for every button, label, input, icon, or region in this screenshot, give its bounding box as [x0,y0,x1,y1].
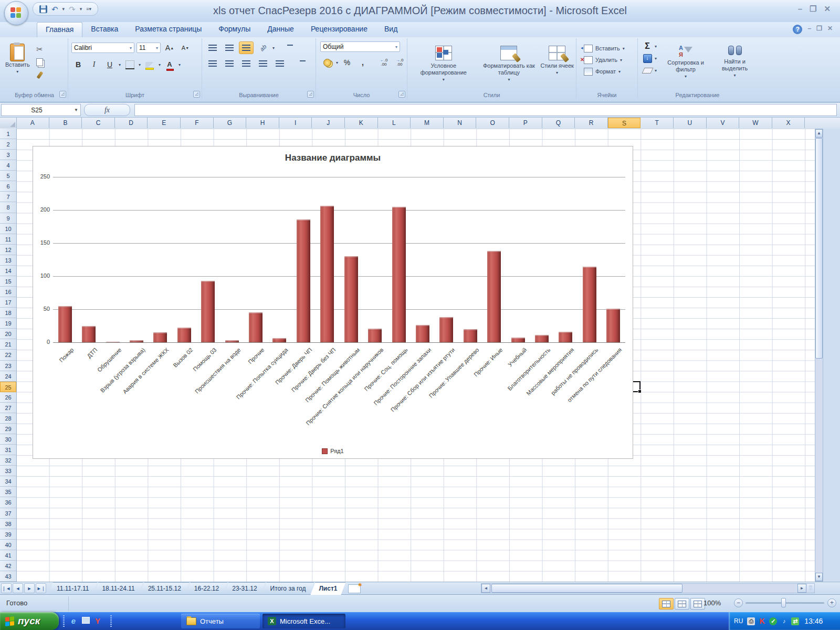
row-header-42[interactable]: 42 [0,561,16,571]
row-header-25[interactable]: 25 [0,382,16,392]
align-middle-button[interactable] [222,41,237,54]
column-header-V[interactable]: V [707,118,740,128]
column-header-I[interactable]: I [279,118,312,128]
row-header-36[interactable]: 36 [0,497,16,508]
select-all-corner[interactable] [0,118,17,128]
row-header-20[interactable]: 20 [0,329,16,339]
wb-restore-button[interactable]: ❐ [816,25,822,34]
tab-split-handle[interactable]: ▒ [807,584,814,593]
row-header-9[interactable]: 9 [0,213,16,224]
font-size-select[interactable]: 11▾ [136,43,161,53]
row-header-19[interactable]: 19 [0,318,16,329]
column-header-H[interactable]: H [246,118,279,128]
row-header-8[interactable]: 8 [0,202,16,213]
decrease-indent-button[interactable] [256,57,270,70]
row-header-4[interactable]: 4 [0,160,16,171]
comma-button[interactable]: , [356,56,370,69]
decrease-decimal-button[interactable]: →.0.00 [393,56,406,69]
row-header-41[interactable]: 41 [0,550,16,561]
sort-filter-button[interactable]: АЯ Сортировка и фильтр ▾ [660,41,711,80]
clear-button[interactable]: ▾ [642,66,657,75]
first-sheet-icon[interactable]: ❘◄ [1,583,12,593]
format-painter-button[interactable] [34,70,46,80]
scroll-up-icon[interactable]: ▲ [815,129,823,138]
format-cells-button[interactable]: Формат▾ [584,66,635,77]
column-header-N[interactable]: N [444,118,477,128]
zoom-slider-thumb[interactable] [781,598,786,607]
column-header-E[interactable]: E [148,118,181,128]
next-sheet-icon[interactable]: ► [24,583,35,593]
tab-Рецензирование[interactable]: Рецензирование [302,22,376,37]
row-header-39[interactable]: 39 [0,529,16,540]
orientation-dropdown[interactable]: ▾ [272,46,275,50]
column-header-S[interactable]: S [608,118,641,128]
row-header-32[interactable]: 32 [0,455,16,466]
font-name-select[interactable]: Calibri▾ [71,43,134,53]
network-tray-icon[interactable]: ✓ [769,617,777,625]
column-header-L[interactable]: L [378,118,411,128]
align-top-button[interactable] [205,41,220,54]
fill-color-button[interactable] [143,58,156,71]
tab-Вид[interactable]: Вид [376,22,406,37]
bold-button[interactable]: B [71,58,85,71]
insert-worksheet-button[interactable] [348,584,361,593]
row-header-5[interactable]: 5 [0,171,16,181]
tab-Данные[interactable]: Данные [259,22,302,37]
office-button[interactable] [4,1,28,25]
row-header-6[interactable]: 6 [0,181,16,192]
row-header-33[interactable]: 33 [0,466,16,476]
row-header-14[interactable]: 14 [0,266,16,276]
sheet-tab-23-31.12[interactable]: 23-31.12 [224,582,265,595]
column-header-R[interactable]: R [575,118,608,128]
last-sheet-icon[interactable]: ►❘ [36,583,46,593]
column-header-D[interactable]: D [115,118,148,128]
merge-center-button[interactable] [297,57,311,70]
column-header-J[interactable]: J [312,118,345,128]
horizontal-scrollbar[interactable]: ◄ ► ▒ [481,583,815,593]
task-button-Отчеты[interactable]: Отчеты [181,614,260,628]
font-color-button[interactable]: А [163,58,176,71]
row-header-22[interactable]: 22 [0,350,16,360]
column-header-M[interactable]: M [411,118,444,128]
antivirus-tray-icon[interactable]: K [758,617,766,625]
zoom-out-button[interactable]: − [734,598,743,607]
column-header-T[interactable]: T [640,118,674,128]
column-header-B[interactable]: B [49,118,82,128]
percent-button[interactable]: % [340,56,354,69]
page-layout-view-button[interactable] [675,598,689,610]
insert-function-button[interactable]: fx [84,104,130,116]
row-header-13[interactable]: 13 [0,255,16,266]
tab-Главная[interactable]: Главная [37,22,82,37]
scroll-left-icon[interactable]: ◄ [481,584,490,593]
column-header-C[interactable]: C [82,118,115,128]
number-format-select[interactable]: Общий▾ [320,41,400,52]
column-header-Q[interactable]: Q [542,118,575,128]
sheet-tab-11.11-17.11[interactable]: 11.11-17.11 [48,582,97,595]
taskband-handle[interactable] [110,615,112,627]
font-color-dropdown[interactable]: ▾ [178,62,181,67]
font-dialog-launcher[interactable]: ◿ [193,91,200,98]
find-select-button[interactable]: Найти и выделить ▾ [715,41,755,80]
row-header-12[interactable]: 12 [0,245,16,255]
chart-object[interactable]: Название диаграммы 050100150200250ПожарД… [33,146,633,459]
quicklaunch-handle[interactable] [63,615,65,627]
row-header-11[interactable]: 11 [0,234,16,245]
tab-Формулы[interactable]: Формулы [210,22,259,37]
sheet-tab-25.11-15.12[interactable]: 25.11-15.12 [140,582,190,595]
row-header-21[interactable]: 21 [0,339,16,350]
align-right-button[interactable] [239,57,254,70]
row-header-24[interactable]: 24 [0,371,16,382]
sheet-tab-16-22.12[interactable]: 16-22.12 [186,582,227,595]
row-header-17[interactable]: 17 [0,297,16,308]
shrink-font-button[interactable]: A▼ [178,41,192,54]
autosum-button[interactable]: Σ▾ [642,41,657,51]
column-header-X[interactable]: X [772,118,805,128]
row-header-38[interactable]: 38 [0,519,16,529]
alignment-dialog-launcher[interactable]: ◿ [307,91,314,98]
zoom-in-button[interactable]: + [827,598,836,607]
row-header-23[interactable]: 23 [0,361,16,371]
wb-close-button[interactable]: ✕ [827,25,833,34]
borders-dropdown[interactable]: ▾ [139,62,141,67]
name-box-dropdown[interactable]: ▼ [72,108,80,112]
number-dialog-launcher[interactable]: ◿ [398,91,405,98]
